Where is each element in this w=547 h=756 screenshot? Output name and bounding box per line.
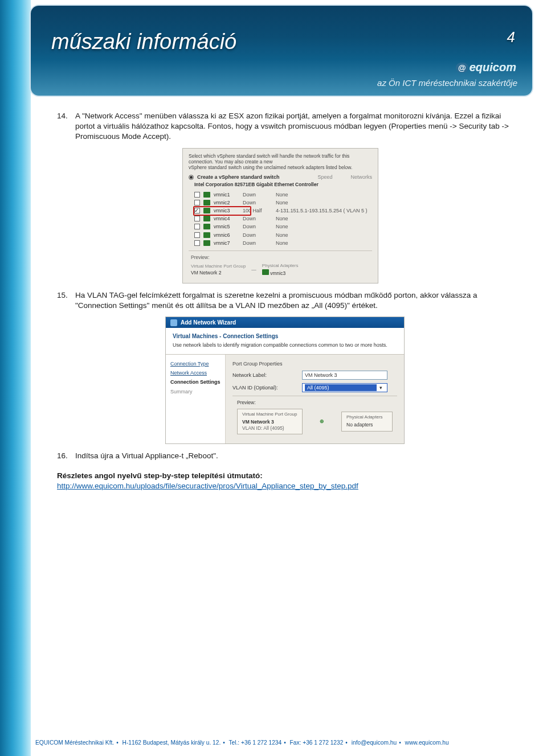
checkbox-icon[interactable] <box>194 224 200 229</box>
page-footer: EQUICOM Méréstechnikai Kft.• H-1162 Buda… <box>35 739 537 746</box>
nic-icon <box>203 216 210 221</box>
port-group-properties: Port Group Properties <box>232 360 397 367</box>
equicom-logo: @ equicom <box>456 61 516 74</box>
checkbox-icon[interactable] <box>194 232 200 238</box>
step-16: 16. Indítsa újra a Virtual Appliance-t „… <box>57 451 513 461</box>
step-15-number: 15. <box>57 290 75 311</box>
guide-link[interactable]: http://www.equicom.hu/uploads/file/secur… <box>57 482 358 490</box>
side-connection-type[interactable]: Connection Type <box>170 360 221 367</box>
conclusion-block: Részletes angol nyelvű step-by-step tele… <box>57 471 513 491</box>
side-connection-settings[interactable]: Connection Settings <box>170 379 221 385</box>
wizard-titlebar: Add Network Wizard <box>166 317 404 328</box>
nic-row-6[interactable]: vmnic6 Down None <box>194 231 372 239</box>
network-label-label: Network Label: <box>232 372 295 379</box>
step-14: 14. A "Network Access" menüben válassza … <box>57 111 513 142</box>
checkbox-icon[interactable] <box>194 216 200 221</box>
sb1-description: Select which vSphere standard switch wil… <box>189 153 372 171</box>
nic-row-5[interactable]: vmnic5 Down None <box>194 223 372 231</box>
vlan-id-select[interactable]: All (4095) ▾ <box>302 383 387 392</box>
nic-icon <box>203 208 210 213</box>
logo-text: equicom <box>470 61 516 74</box>
step-14-number: 14. <box>57 111 75 142</box>
nic-icon <box>203 192 210 198</box>
step-16-text: Indítsa újra a Virtual Appliance-t „Rebo… <box>75 451 513 461</box>
screenshot-vswitch-select: Select which vSphere standard switch wil… <box>182 148 378 284</box>
radio-selected-icon <box>189 175 194 180</box>
link-icon: ⊕ <box>320 418 324 424</box>
step-14-text: A "Network Access" menüben válassza ki a… <box>75 111 513 142</box>
conclusion-heading: Részletes angol nyelvű step-by-step tele… <box>57 471 513 481</box>
create-switch-label: Create a vSphere standard switch <box>197 174 280 180</box>
wizard-sidebar: Connection Type Network Access Connectio… <box>166 355 226 443</box>
controller-name: Intel Corporation 82571EB Gigabit Ethern… <box>194 182 372 188</box>
page-number: 4 <box>507 28 515 46</box>
wizard-icon <box>170 319 177 326</box>
banner-title: műszaki információ <box>51 30 236 54</box>
sb1-preview: Preview: Virtual Machine Port Group VM N… <box>189 250 372 277</box>
nic-row-1[interactable]: vmnic1 Down None <box>194 191 372 199</box>
page-side-gradient <box>0 0 31 756</box>
nic-icon <box>203 240 210 246</box>
nic-icon <box>203 200 210 206</box>
nic-row-2[interactable]: vmnic2 Down None <box>194 199 372 207</box>
wizard-main: Port Group Properties Network Label: VM … <box>226 355 404 443</box>
checkbox-checked-icon[interactable] <box>194 208 200 213</box>
network-label-input[interactable]: VM Network 3 <box>302 371 387 380</box>
step-16-number: 16. <box>57 451 75 461</box>
chevron-down-icon[interactable]: ▾ <box>377 384 385 391</box>
wizard-heading: Virtual Machines - Connection Settings <box>173 332 397 340</box>
step-15-text: Ha VLAN TAG-gel felcímkézett forgalmat i… <box>75 290 513 311</box>
step-15: 15. Ha VLAN TAG-gel felcímkézett forgalm… <box>57 290 513 311</box>
wizard-subheading: Use network labels to identify migration… <box>173 342 397 348</box>
nic-row-3-highlighted[interactable]: vmnic3 100 Half 4-131.151.5.1-193.151.5.… <box>194 207 372 215</box>
nic-icon <box>262 269 269 275</box>
document-body: 14. A "Network Access" menüben válassza … <box>57 111 513 491</box>
nic-icon <box>203 224 210 229</box>
side-network-access[interactable]: Network Access <box>170 369 221 376</box>
screenshot-add-network-wizard: Add Network Wizard Virtual Machines - Co… <box>165 317 405 444</box>
checkbox-icon[interactable] <box>194 200 200 206</box>
preview-label: Preview: <box>191 254 370 261</box>
logo-at-icon: @ <box>456 63 468 73</box>
create-switch-radio[interactable]: Create a vSphere standard switch Speed N… <box>189 174 372 180</box>
side-summary: Summary <box>170 388 221 395</box>
nic-row-7[interactable]: vmnic7 Down None <box>194 239 372 247</box>
nic-icon <box>203 232 210 238</box>
checkbox-icon[interactable] <box>194 240 200 246</box>
banner-subtitle: az Ön ICT méréstechnikai szakértője <box>377 78 517 88</box>
header-banner: műszaki információ 4 @ equicom az Ön ICT… <box>31 6 532 96</box>
nic-row-4[interactable]: vmnic4 Down None <box>194 215 372 223</box>
vlan-id-label: VLAN ID (Optional): <box>232 384 295 391</box>
checkbox-icon[interactable] <box>194 192 200 198</box>
wizard-preview: Preview: Virtual Machine Port Group VM N… <box>232 396 397 438</box>
